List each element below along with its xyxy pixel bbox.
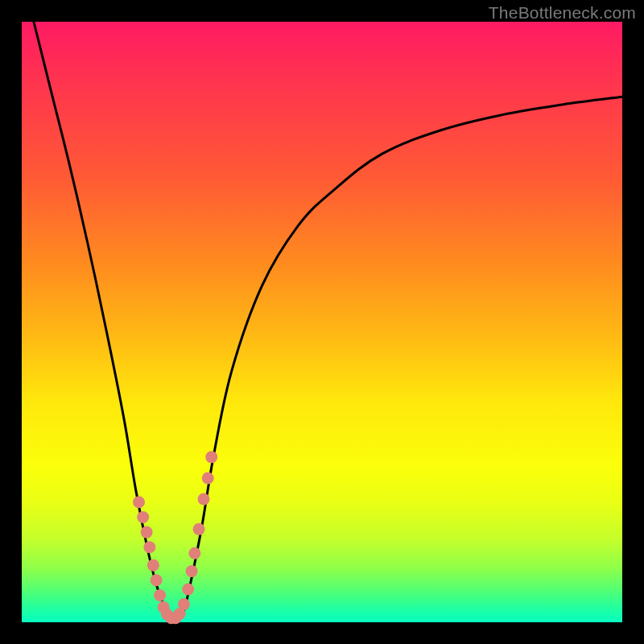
chart-frame: TheBottleneck.com — [0, 0, 644, 644]
data-dot — [154, 589, 166, 601]
data-dot — [137, 511, 149, 523]
data-dot — [186, 565, 198, 577]
data-dot — [205, 451, 217, 463]
curve-layer — [34, 22, 622, 621]
plot-area — [22, 22, 622, 622]
data-dot — [198, 493, 210, 506]
chart-svg — [22, 22, 622, 622]
watermark-text: TheBottleneck.com — [489, 3, 636, 23]
data-dot — [178, 598, 190, 610]
data-dot — [202, 472, 214, 484]
bottleneck-curve — [34, 22, 622, 621]
data-dot — [143, 541, 155, 553]
data-dot — [182, 583, 194, 595]
data-dot — [188, 547, 200, 559]
data-dot — [147, 559, 159, 572]
data-dot — [151, 574, 163, 586]
data-dot — [141, 526, 153, 539]
data-dot — [133, 496, 145, 508]
dots-layer — [133, 451, 217, 624]
data-dot — [193, 523, 205, 535]
